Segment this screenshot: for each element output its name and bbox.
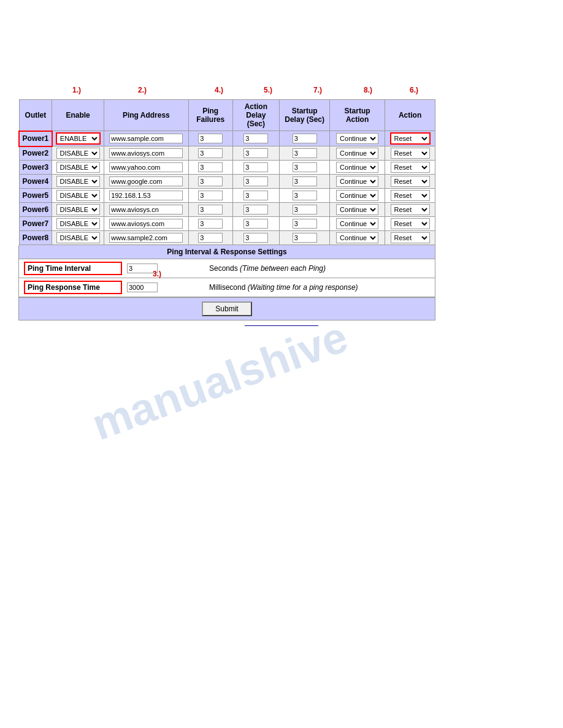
- startup-action-cell-4[interactable]: ContinueResetTurn OnTurn Off: [330, 175, 385, 189]
- startup-delay-cell-1[interactable]: [280, 131, 330, 146]
- address-cell-1[interactable]: [104, 131, 188, 146]
- failures-input-7[interactable]: [198, 219, 223, 229]
- startup-action-cell-3[interactable]: ContinueResetTurn OnTurn Off: [330, 161, 385, 175]
- action-select-3[interactable]: ResetTurn OnTurn OffNothing: [391, 162, 430, 173]
- enable-cell-4[interactable]: ENABLEDISABLE: [52, 175, 104, 189]
- action-select-6[interactable]: ResetTurn OnTurn OffNothing: [391, 204, 430, 215]
- enable-cell-1[interactable]: ENABLEDISABLE: [52, 131, 104, 146]
- action-cell-5[interactable]: ResetTurn OnTurn OffNothing: [385, 189, 435, 203]
- action-select-1[interactable]: ResetTurn OnTurn OffNothing: [390, 132, 431, 145]
- action-delay-cell-6[interactable]: [232, 203, 280, 217]
- startup-action-cell-5[interactable]: ContinueResetTurn OnTurn Off: [330, 189, 385, 203]
- action-select-5[interactable]: ResetTurn OnTurn OffNothing: [391, 190, 430, 201]
- address-cell-5[interactable]: [104, 189, 188, 203]
- address-input-4[interactable]: [109, 176, 183, 186]
- enable-select-2[interactable]: ENABLEDISABLE: [56, 148, 100, 159]
- action-cell-3[interactable]: ResetTurn OnTurn OffNothing: [385, 161, 435, 175]
- enable-select-8[interactable]: ENABLEDISABLE: [56, 232, 100, 243]
- startup-delay-cell-4[interactable]: [280, 175, 330, 189]
- address-input-2[interactable]: [109, 148, 183, 158]
- failures-cell-8[interactable]: [188, 231, 232, 245]
- address-cell-8[interactable]: [104, 231, 188, 245]
- ping-response-time-input[interactable]: [127, 282, 158, 292]
- address-input-5[interactable]: [109, 191, 183, 200]
- startup-action-select-4[interactable]: ContinueResetTurn OnTurn Off: [336, 176, 378, 187]
- submit-button[interactable]: Submit: [202, 301, 251, 316]
- startup-action-select-3[interactable]: ContinueResetTurn OnTurn Off: [336, 162, 378, 173]
- enable-cell-5[interactable]: ENABLEDISABLE: [52, 189, 104, 203]
- action-cell-7[interactable]: ResetTurn OnTurn OffNothing: [385, 217, 435, 231]
- startup-action-select-8[interactable]: ContinueResetTurn OnTurn Off: [336, 232, 378, 243]
- address-cell-2[interactable]: [104, 146, 188, 161]
- startup-action-cell-6[interactable]: ContinueResetTurn OnTurn Off: [330, 203, 385, 217]
- action-delay-input-4[interactable]: [243, 176, 268, 186]
- address-input-3[interactable]: [109, 162, 183, 172]
- startup-delay-input-7[interactable]: [293, 219, 317, 229]
- action-cell-6[interactable]: ResetTurn OnTurn OffNothing: [385, 203, 435, 217]
- startup-action-select-6[interactable]: ContinueResetTurn OnTurn Off: [336, 204, 378, 215]
- action-delay-input-6[interactable]: [243, 205, 268, 214]
- address-input-8[interactable]: [109, 233, 183, 243]
- failures-cell-7[interactable]: [188, 217, 232, 231]
- startup-action-select-1[interactable]: ContinueResetTurn OnTurn Off: [336, 133, 378, 144]
- startup-action-cell-2[interactable]: ContinueResetTurn OnTurn Off: [330, 146, 385, 161]
- action-delay-cell-5[interactable]: [232, 189, 280, 203]
- address-input-1[interactable]: [109, 134, 183, 143]
- failures-input-8[interactable]: [198, 233, 223, 243]
- action-cell-2[interactable]: ResetTurn OnTurn OffNothing: [385, 146, 435, 161]
- action-cell-8[interactable]: ResetTurn OnTurn OffNothing: [385, 231, 435, 245]
- enable-cell-8[interactable]: ENABLEDISABLE: [52, 231, 104, 245]
- failures-input-5[interactable]: [198, 191, 223, 200]
- address-input-6[interactable]: [109, 205, 183, 214]
- startup-action-select-2[interactable]: ContinueResetTurn OnTurn Off: [336, 148, 378, 159]
- action-delay-cell-2[interactable]: [232, 146, 280, 161]
- action-delay-cell-4[interactable]: [232, 175, 280, 189]
- failures-input-4[interactable]: [198, 176, 223, 186]
- startup-delay-input-6[interactable]: [293, 205, 317, 214]
- failures-cell-6[interactable]: [188, 203, 232, 217]
- startup-delay-input-1[interactable]: [293, 134, 317, 143]
- startup-delay-cell-6[interactable]: [280, 203, 330, 217]
- address-cell-3[interactable]: [104, 161, 188, 175]
- action-select-4[interactable]: ResetTurn OnTurn OffNothing: [391, 176, 430, 187]
- action-delay-input-5[interactable]: [243, 191, 268, 200]
- startup-delay-cell-2[interactable]: [280, 146, 330, 161]
- address-cell-6[interactable]: [104, 203, 188, 217]
- startup-action-cell-8[interactable]: ContinueResetTurn OnTurn Off: [330, 231, 385, 245]
- failures-cell-3[interactable]: [188, 161, 232, 175]
- action-delay-input-1[interactable]: [243, 134, 268, 143]
- startup-action-select-5[interactable]: ContinueResetTurn OnTurn Off: [336, 190, 378, 201]
- action-cell-1[interactable]: ResetTurn OnTurn OffNothing: [385, 131, 435, 146]
- action-select-8[interactable]: ResetTurn OnTurn OffNothing: [391, 232, 430, 243]
- startup-delay-cell-3[interactable]: [280, 161, 330, 175]
- startup-action-cell-1[interactable]: ContinueResetTurn OnTurn Off: [330, 131, 385, 146]
- enable-select-7[interactable]: ENABLEDISABLE: [56, 218, 100, 229]
- action-cell-4[interactable]: ResetTurn OnTurn OffNothing: [385, 175, 435, 189]
- address-input-7[interactable]: [109, 219, 183, 229]
- enable-cell-2[interactable]: ENABLEDISABLE: [52, 146, 104, 161]
- startup-delay-cell-8[interactable]: [280, 231, 330, 245]
- startup-delay-input-8[interactable]: [293, 233, 317, 243]
- startup-delay-cell-5[interactable]: [280, 189, 330, 203]
- failures-cell-4[interactable]: [188, 175, 232, 189]
- action-delay-cell-1[interactable]: [232, 131, 280, 146]
- startup-delay-input-2[interactable]: [293, 148, 317, 158]
- startup-delay-input-3[interactable]: [293, 162, 317, 172]
- action-delay-cell-7[interactable]: [232, 217, 280, 231]
- action-delay-input-8[interactable]: [243, 233, 268, 243]
- failures-cell-2[interactable]: [188, 146, 232, 161]
- action-delay-cell-8[interactable]: [232, 231, 280, 245]
- action-select-7[interactable]: ResetTurn OnTurn OffNothing: [391, 218, 430, 229]
- failures-input-2[interactable]: [198, 148, 223, 158]
- failures-cell-5[interactable]: [188, 189, 232, 203]
- action-select-2[interactable]: ResetTurn OnTurn OffNothing: [391, 148, 430, 159]
- failures-cell-1[interactable]: [188, 131, 232, 146]
- action-delay-input-7[interactable]: [243, 219, 268, 229]
- enable-select-4[interactable]: ENABLEDISABLE: [56, 176, 100, 187]
- action-delay-input-3[interactable]: [243, 162, 268, 172]
- action-delay-cell-3[interactable]: [232, 161, 280, 175]
- failures-input-3[interactable]: [198, 162, 223, 172]
- startup-action-cell-7[interactable]: ContinueResetTurn OnTurn Off: [330, 217, 385, 231]
- startup-delay-cell-7[interactable]: [280, 217, 330, 231]
- enable-cell-6[interactable]: ENABLEDISABLE: [52, 203, 104, 217]
